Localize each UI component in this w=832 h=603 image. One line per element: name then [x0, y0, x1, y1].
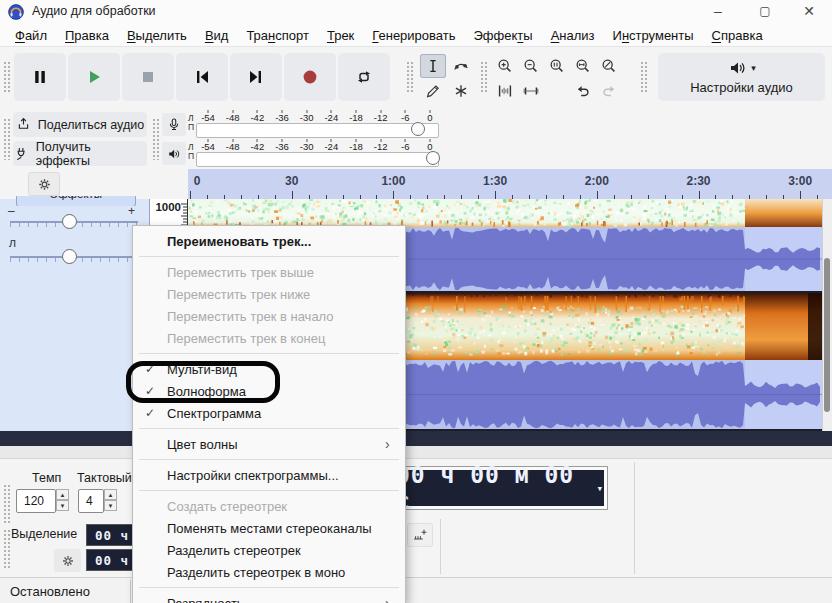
tools-toolbar-grip[interactable] [406, 61, 414, 93]
minimize-button[interactable]: – [695, 0, 741, 24]
play-button[interactable] [68, 53, 120, 101]
zoom-toolbar-grip[interactable] [480, 61, 488, 93]
menu-item-swap-stereo[interactable]: Поменять местами стереоканалы [133, 517, 405, 539]
track-effects-label: Эффекты [16, 196, 136, 206]
menu-эффекты[interactable]: Эффекты [465, 26, 542, 45]
tempo-spinner[interactable]: ▲ ▼ [56, 489, 69, 511]
menu-генерировать[interactable]: Генерировать [363, 26, 464, 45]
checkmark-icon: ✓ [133, 406, 167, 420]
zoom-selection-button[interactable] [544, 54, 570, 78]
menu-правка[interactable]: Правка [56, 26, 118, 45]
share-audio-label: Поделиться аудио [38, 118, 144, 132]
horizontal-scrollbar-area[interactable] [0, 446, 832, 459]
timeline-tick [495, 191, 496, 199]
zoom-toggle-button[interactable] [596, 54, 622, 78]
speaker-small-icon [166, 146, 182, 162]
timeline-ruler[interactable]: 0301:001:302:002:303:00 [188, 169, 832, 200]
redo-button[interactable] [596, 79, 622, 103]
meter-volume-knob[interactable] [411, 122, 425, 136]
selection-options-button[interactable] [54, 549, 81, 572]
timeline-dock: 0301:001:302:002:303:00 [0, 169, 832, 199]
share-audio-button[interactable]: Поделиться аудио [13, 112, 147, 137]
menu-трек[interactable]: Трек [318, 26, 363, 45]
zoom-fit-button[interactable] [570, 54, 596, 78]
tempo-spin-down[interactable]: ▼ [56, 500, 69, 511]
maximize-button[interactable]: ▢ [742, 0, 788, 24]
menu-item-wave-color[interactable]: Цвет волны› [133, 433, 405, 455]
record-meter-button[interactable] [162, 113, 186, 136]
menu-транспорт[interactable]: Транспорт [237, 26, 318, 45]
menu-item-split-stereo-mono[interactable]: Разделить стереотрек в моно [133, 561, 405, 583]
pan-slider-knob[interactable] [62, 249, 77, 264]
draw-tool-button[interactable] [420, 79, 446, 103]
skip-to-end-button[interactable] [230, 53, 282, 101]
menu-item-spectrogram-view[interactable]: ✓Спектрограмма [133, 402, 405, 424]
menu-инструменты[interactable]: Инструменты [604, 26, 703, 45]
get-effects-button[interactable]: Получить эффекты [13, 141, 147, 166]
menu-анализ[interactable]: Анализ [542, 26, 604, 45]
skip-to-start-button[interactable] [176, 53, 228, 101]
selection-gear-icon [61, 554, 75, 568]
menu-item-rename-track[interactable]: Переименовать трек... [133, 230, 405, 252]
beats-spin-down[interactable]: ▼ [104, 500, 117, 511]
track-control-panel[interactable]: Эффекты – + л [0, 199, 150, 431]
meter-volume-knob[interactable] [426, 151, 440, 165]
menu-item-bit-depth[interactable]: Разрядность› [133, 592, 405, 603]
menu-справка[interactable]: Справка [703, 26, 772, 45]
selection-tool-button[interactable] [420, 54, 446, 78]
menu-item-move-track-down: Переместить трек ниже [133, 283, 405, 305]
time-display-caret-icon[interactable]: ▾ [596, 482, 604, 495]
close-button[interactable]: ✕ [786, 0, 832, 24]
recording-meter[interactable]: -54-48-42-36-30-24-18-12-60 [196, 110, 440, 138]
playback-meter-button[interactable] [162, 142, 186, 165]
menu-item-move-track-bottom: Переместить трек в конец [133, 327, 405, 349]
silence-selection-button[interactable] [518, 79, 544, 103]
time-display[interactable]: 00 ч 00 м 00 с ▾ [392, 466, 608, 510]
menu-файл[interactable]: Файл [6, 26, 56, 45]
zoom-out-icon [522, 57, 540, 75]
record-button[interactable] [284, 53, 336, 101]
loop-button[interactable] [338, 53, 390, 101]
selection-toolbar-grip[interactable] [3, 529, 11, 569]
channel1-spectrogram[interactable] [188, 199, 822, 227]
meter-scale-label: 0 [427, 112, 432, 123]
menu-выделить[interactable]: Выделить [118, 26, 196, 45]
transport-toolbar-grip[interactable] [3, 61, 11, 93]
time-signature-grip[interactable] [3, 484, 11, 524]
toolbar-row-meters: Поделиться аудио Получить эффекты Л П -5… [0, 108, 832, 170]
zoom-in-button[interactable] [492, 54, 518, 78]
audio-setup-grip[interactable] [640, 61, 648, 93]
share-toolbar-grip[interactable] [3, 118, 11, 160]
snapping-toggle-button[interactable] [407, 523, 433, 547]
trim-outside-selection-button[interactable] [492, 79, 518, 103]
toolbar-row-transport: ▾ Настройки аудио [0, 47, 832, 109]
meter-toolbar-grip[interactable] [152, 118, 160, 160]
timeline-options-button[interactable] [28, 172, 60, 196]
undo-button[interactable] [570, 79, 596, 103]
audio-setup-button[interactable]: ▾ Настройки аудио [658, 53, 825, 101]
tempo-input[interactable]: 120 [16, 489, 56, 513]
status-text: Остановлено [10, 584, 90, 599]
gain-slider-knob[interactable] [62, 214, 77, 229]
pause-button[interactable] [14, 53, 66, 101]
playback-meter[interactable]: -54-48-42-36-30-24-18-12-60 [196, 139, 440, 167]
menu-item-split-stereo[interactable]: Разделить стереотрек [133, 539, 405, 561]
menu-item-move-track-up: Переместить трек выше [133, 261, 405, 283]
beats-spin-up[interactable]: ▲ [104, 489, 117, 500]
meter-scale-label: -24 [324, 112, 338, 123]
beats-spinner[interactable]: ▲ ▼ [104, 489, 117, 511]
menu-вид[interactable]: Вид [196, 26, 238, 45]
meter-scale-label: -30 [300, 112, 314, 123]
track-effects-button-clipped[interactable]: Эффекты [16, 196, 136, 206]
vertical-scrollbar-thumb[interactable] [824, 258, 830, 412]
meter-scale-label: -12 [374, 141, 388, 152]
menu-item-spectrogram-settings[interactable]: Настройки спектрограммы... [133, 464, 405, 486]
beats-input[interactable]: 4 [78, 489, 104, 513]
timeline-label: 1:30 [483, 174, 507, 188]
tempo-spin-up[interactable]: ▲ [56, 489, 69, 500]
envelope-tool-button[interactable] [448, 54, 474, 78]
zoom-out-button[interactable] [518, 54, 544, 78]
stop-button[interactable] [122, 53, 174, 101]
gain-plus-label: + [128, 204, 135, 218]
multi-tool-button[interactable] [448, 79, 474, 103]
